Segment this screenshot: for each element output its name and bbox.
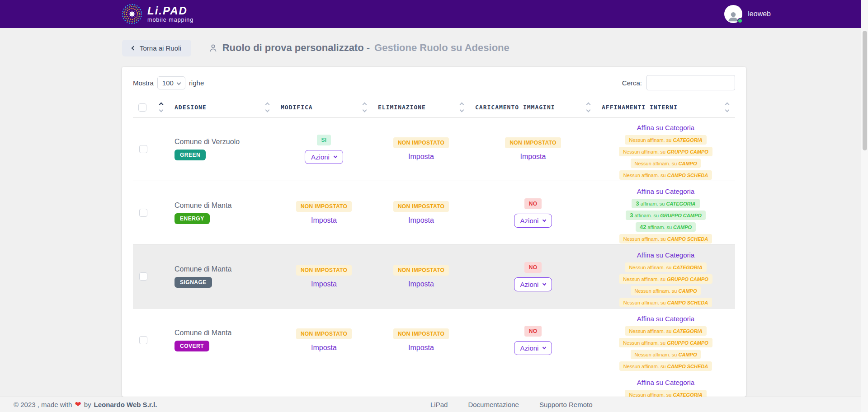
municipality-name: Comune di Manta bbox=[175, 201, 231, 210]
scrollbar-thumb[interactable] bbox=[863, 31, 867, 150]
imposta-link[interactable]: Imposta bbox=[408, 216, 434, 225]
page-title-light: Gestione Ruolo su Adesione bbox=[374, 42, 509, 54]
user-menu[interactable]: leoweb bbox=[724, 5, 771, 23]
azioni-dropdown[interactable]: Azioni bbox=[514, 214, 552, 228]
page-footer: © 2023 , made with ❤ by Leonardo Web S.r… bbox=[0, 397, 868, 412]
heart-icon: ❤ bbox=[75, 400, 81, 409]
sort-carets[interactable] bbox=[363, 103, 366, 112]
row-checkbox[interactable] bbox=[139, 209, 147, 217]
logo-starburst-icon bbox=[121, 3, 143, 25]
table-row: Comune di Manta SIGNAGE NON IMPOSTATO Im… bbox=[133, 245, 735, 309]
affinamento-badge: Nessun affinam. su CAMPO bbox=[631, 159, 701, 168]
page-size-select[interactable]: 100 bbox=[157, 76, 185, 89]
imposta-link[interactable]: Imposta bbox=[408, 280, 434, 288]
column-header-select[interactable] bbox=[133, 103, 169, 112]
imposta-link[interactable]: Imposta bbox=[408, 153, 434, 161]
chevron-left-icon bbox=[132, 46, 136, 50]
affina-su-categoria-link[interactable]: Affina su Categoria bbox=[637, 187, 694, 195]
sort-asc-icon bbox=[586, 103, 591, 107]
affina-su-categoria-link[interactable]: Affina su Categoria bbox=[637, 315, 694, 323]
affina-su-categoria-link[interactable]: Affina su Categoria bbox=[637, 379, 694, 386]
copyright-prefix: © 2023 , made with bbox=[14, 401, 72, 408]
cell-eliminazione: NON IMPOSTATO Imposta bbox=[373, 309, 470, 372]
imposta-link[interactable]: Imposta bbox=[408, 344, 434, 352]
azioni-label: Azioni bbox=[311, 153, 330, 161]
select-all-checkbox[interactable] bbox=[138, 103, 146, 112]
footer-link-lipad[interactable]: LiPad bbox=[430, 401, 448, 408]
sort-asc-icon bbox=[460, 103, 464, 107]
back-to-roles-button[interactable]: Torna ai Ruoli bbox=[122, 40, 191, 56]
search-label: Cerca: bbox=[622, 79, 642, 87]
username-label: leoweb bbox=[748, 10, 771, 18]
status-badge: NO bbox=[524, 262, 542, 273]
sort-carets[interactable] bbox=[266, 103, 269, 112]
affinamenti-badges: Nessun affinam. su CATEGORIA Nessun affi… bbox=[619, 261, 712, 308]
column-header-eliminazione[interactable]: ELIMINAZIONE bbox=[373, 103, 470, 112]
role-tag-badge: GREEN bbox=[175, 150, 206, 160]
sort-desc-icon bbox=[460, 108, 464, 112]
logo-subtitle: mobile mapping bbox=[147, 17, 193, 23]
azioni-dropdown[interactable]: Azioni bbox=[514, 341, 552, 355]
cell-caricamento-immagini: NO Azioni bbox=[470, 245, 596, 308]
page-scrollbar[interactable] bbox=[861, 0, 868, 412]
cell-affinamenti-interni: Affina su Categoria Nessun affinam. su C… bbox=[596, 245, 735, 308]
sort-carets[interactable] bbox=[460, 103, 463, 112]
column-header-adesione[interactable]: ADESIONE bbox=[169, 103, 275, 112]
affina-su-categoria-link[interactable]: Affina su Categoria bbox=[637, 124, 694, 131]
row-checkbox[interactable] bbox=[139, 145, 147, 153]
cell-modifica: NON IMPOSTATO Imposta bbox=[275, 309, 373, 372]
column-header-caricamento-immagini[interactable]: CARICAMENTO IMMAGINI bbox=[470, 103, 596, 112]
cell-caricamento-immagini: NO Azioni bbox=[470, 181, 596, 244]
cell-caricamento-immagini: NO bbox=[470, 372, 596, 397]
affinamento-badge: Nessun affinam. su CAMPO SCHEDA bbox=[619, 170, 712, 180]
copyright-by: by bbox=[84, 401, 91, 408]
footer-link-supporto-remoto[interactable]: Supporto Remoto bbox=[539, 401, 593, 408]
page-title: Ruolo di prova personalizzato - Gestione… bbox=[208, 42, 509, 54]
sort-carets[interactable] bbox=[587, 103, 590, 112]
search-input[interactable] bbox=[646, 75, 735, 90]
company-name: Leonardo Web S.r.l. bbox=[94, 401, 157, 408]
status-badge: SI bbox=[317, 135, 331, 145]
row-checkbox[interactable] bbox=[139, 336, 147, 344]
status-badge: NON IMPOSTATO bbox=[393, 328, 449, 339]
sort-carets[interactable] bbox=[160, 103, 163, 112]
sort-carets[interactable] bbox=[726, 103, 729, 112]
status-badge: NON IMPOSTATO bbox=[505, 137, 561, 148]
affina-su-categoria-link[interactable]: Affina su Categoria bbox=[637, 251, 694, 259]
status-badge: NON IMPOSTATO bbox=[393, 265, 449, 276]
affinamento-badge: 3 affinam. su CATEGORIA bbox=[632, 199, 699, 208]
sort-desc-icon bbox=[363, 108, 367, 112]
imposta-link[interactable]: Imposta bbox=[311, 344, 337, 352]
affinamenti-badges: Nessun affinam. su CATEGORIA Nessun affi… bbox=[619, 134, 712, 181]
affinamento-badge: Nessun affinam. su CATEGORIA bbox=[625, 135, 706, 145]
column-label: AFFINAMENTI INTERNI bbox=[602, 104, 678, 111]
affinamento-badge: 42 affinam. su CAMPO bbox=[636, 222, 696, 232]
footer-link-documentazione[interactable]: Documentazione bbox=[468, 401, 519, 408]
azioni-dropdown[interactable]: Azioni bbox=[514, 277, 552, 291]
imposta-link[interactable]: Imposta bbox=[311, 280, 337, 288]
row-checkbox[interactable] bbox=[139, 272, 147, 281]
azioni-dropdown[interactable]: Azioni bbox=[305, 150, 343, 164]
sort-desc-icon bbox=[265, 108, 270, 112]
column-label: MODIFICA bbox=[281, 104, 313, 111]
roles-table-card: Mostra 100 righe Cerca: bbox=[122, 67, 746, 397]
column-header-affinamenti-interni[interactable]: AFFINAMENTI INTERNI bbox=[596, 103, 735, 112]
table-body: Comune di Verzuolo GREEN SI Azioni NON I… bbox=[133, 117, 735, 397]
show-label: Mostra bbox=[133, 79, 154, 87]
chevron-down-icon bbox=[176, 80, 181, 85]
cell-eliminazione: NON IMPOSTATO bbox=[373, 372, 470, 397]
app-logo[interactable]: Li.PAD mobile mapping bbox=[121, 3, 193, 25]
affinamento-badge: Nessun affinam. su CAMPO SCHEDA bbox=[619, 298, 712, 307]
chevron-down-icon bbox=[542, 218, 546, 221]
imposta-link[interactable]: Imposta bbox=[311, 216, 337, 225]
sort-asc-icon bbox=[363, 103, 367, 107]
status-badge: NO bbox=[524, 326, 542, 337]
column-header-modifica[interactable]: MODIFICA bbox=[275, 103, 373, 112]
imposta-link[interactable]: Imposta bbox=[520, 153, 546, 161]
back-button-label: Torna ai Ruoli bbox=[140, 44, 181, 52]
sort-asc-icon bbox=[725, 103, 730, 107]
affinamento-badge: Nessun affinam. su CATEGORIA bbox=[625, 262, 706, 272]
rows-label: righe bbox=[189, 79, 204, 87]
top-navbar: Li.PAD mobile mapping leoweb bbox=[0, 0, 868, 28]
cell-caricamento-immagini: NO Azioni bbox=[470, 309, 596, 372]
